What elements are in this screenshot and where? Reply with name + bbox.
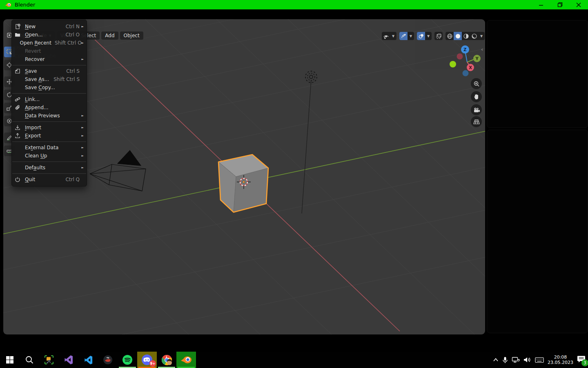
- tray-expand-chevron[interactable]: [493, 358, 499, 362]
- taskbar-spotify[interactable]: [118, 352, 137, 368]
- menu-item-shortcut: Ctrl S: [66, 68, 80, 74]
- close-icon: [576, 2, 581, 7]
- menu-item-label: Recover: [25, 56, 76, 62]
- gizmo-dropdown-chevron[interactable]: ▼: [390, 32, 396, 40]
- menu-separator: [12, 173, 86, 174]
- menu-item-data-previews[interactable]: Data Previews►: [12, 112, 87, 120]
- taskbar-toolbox-app[interactable]: [39, 352, 59, 368]
- menu-item-save-as[interactable]: Save As...Shift Ctrl S: [12, 75, 87, 83]
- taskbar-blender-active[interactable]: [176, 352, 196, 368]
- right-panel-top[interactable]: [487, 20, 588, 128]
- menu-item-save[interactable]: SaveCtrl S: [12, 67, 87, 75]
- action-center-button[interactable]: 3: [577, 355, 586, 365]
- taskbar-search-button[interactable]: [20, 352, 39, 368]
- menu-object[interactable]: Object: [120, 31, 143, 40]
- gizmo-neg-x-axis[interactable]: [457, 54, 463, 60]
- camera-object[interactable]: [90, 150, 146, 191]
- gizmo-neg-z-axis[interactable]: [463, 70, 469, 76]
- close-button[interactable]: [569, 0, 588, 9]
- menu-item-label: Open Recent: [20, 40, 51, 46]
- menu-item-quit[interactable]: QuitCtrl Q: [12, 175, 87, 184]
- svg-text:X: X: [469, 65, 472, 70]
- blender-taskbar-icon: [180, 355, 192, 365]
- keyboard-icon[interactable]: [535, 357, 544, 363]
- shading-dropdown-chevron[interactable]: ▼: [478, 32, 485, 40]
- menu-item-shortcut: Ctrl N: [66, 24, 80, 29]
- light-object[interactable]: [302, 71, 317, 213]
- menu-separator: [12, 93, 86, 94]
- menu-item-label: Import: [25, 125, 76, 130]
- menu-item-new[interactable]: NewCtrl N►: [12, 22, 87, 31]
- menu-item-clean-up[interactable]: Clean Up►: [12, 152, 87, 160]
- taskbar-game-app[interactable]: [98, 352, 118, 368]
- menu-item-link[interactable]: Link...: [12, 95, 87, 103]
- restore-button[interactable]: [550, 0, 569, 9]
- menu-item-label: Open...: [25, 32, 62, 38]
- menu-separator: [12, 121, 86, 122]
- menu-item-label: External Data: [25, 145, 76, 150]
- camera-view-button[interactable]: [471, 104, 482, 115]
- microphone-icon[interactable]: [502, 357, 508, 364]
- pan-hand-button[interactable]: [471, 91, 482, 102]
- menu-item-import[interactable]: Import►: [12, 123, 87, 132]
- submenu-arrow-icon: ►: [80, 134, 84, 137]
- menu-item-open-recent[interactable]: Open RecentShift Ctrl O►: [12, 39, 87, 47]
- taskbar-clock[interactable]: 20:08 23.05.2023: [548, 355, 573, 365]
- perspective-toggle-button[interactable]: [471, 116, 482, 127]
- shading-material-icon[interactable]: [462, 32, 470, 40]
- power-icon: [15, 177, 25, 182]
- xray-toggle[interactable]: [434, 32, 443, 40]
- window-controls: [532, 0, 588, 9]
- gizmos-toggle[interactable]: [399, 32, 408, 40]
- submenu-arrow-icon: ►: [80, 166, 84, 169]
- start-button[interactable]: [0, 352, 20, 368]
- right-panel-bottom[interactable]: [487, 130, 588, 333]
- window-title: Blender: [15, 2, 35, 8]
- menu-add[interactable]: Add: [101, 31, 118, 40]
- search-icon: [25, 355, 34, 364]
- navigation-gizmo[interactable]: Z Y X: [448, 44, 485, 81]
- overlays-toggle[interactable]: [417, 32, 425, 40]
- visual-studio-icon: [64, 355, 74, 365]
- shading-wireframe-icon[interactable]: [445, 32, 454, 40]
- menu-item-append[interactable]: Append...: [12, 103, 87, 112]
- menu-item-recover[interactable]: Recover►: [12, 55, 87, 63]
- minimize-button[interactable]: [532, 0, 550, 9]
- taskbar-chrome[interactable]: [157, 352, 176, 368]
- menu-item-open[interactable]: Open...Ctrl O: [12, 31, 87, 39]
- paperclip-icon: [15, 105, 25, 110]
- import-icon: [15, 125, 25, 130]
- window-titlebar: Blender: [0, 0, 588, 9]
- menu-item-label: Data Previews: [25, 113, 76, 119]
- taskbar-discord[interactable]: 9+: [137, 352, 157, 368]
- shading-solid-icon[interactable]: [454, 32, 462, 40]
- taskbar-visual-studio[interactable]: [59, 352, 78, 368]
- folder-open-icon: [15, 32, 25, 38]
- menu-item-defaults[interactable]: Defaults►: [12, 164, 87, 172]
- shading-rendered-icon[interactable]: [470, 32, 478, 40]
- gizmos-dropdown-chevron[interactable]: ▼: [408, 32, 414, 40]
- gizmo-neg-y-axis[interactable]: [450, 61, 456, 67]
- link-icon: [15, 96, 25, 102]
- menu-item-save-copy[interactable]: Save Copy...: [12, 83, 87, 92]
- cube-object[interactable]: [218, 155, 268, 212]
- volume-icon[interactable]: [523, 357, 531, 363]
- save-icon: [15, 68, 25, 74]
- submenu-arrow-icon: ►: [80, 154, 84, 157]
- submenu-arrow-icon: ►: [80, 126, 84, 129]
- windows-logo-icon: [6, 356, 14, 364]
- submenu-arrow-icon: ►: [80, 25, 84, 28]
- restore-icon: [557, 2, 563, 7]
- taskbar-vs-code[interactable]: [78, 352, 98, 368]
- show-gizmo-icon[interactable]: [382, 32, 390, 40]
- zoom-button[interactable]: [471, 78, 482, 89]
- sidebar-collapse-icon[interactable]: ‹: [481, 46, 483, 52]
- overlays-dropdown-chevron[interactable]: ▼: [425, 32, 432, 40]
- network-icon[interactable]: [512, 357, 520, 363]
- menu-item-external-data[interactable]: External Data►: [12, 144, 87, 152]
- menu-item-export[interactable]: Export►: [12, 132, 87, 140]
- game-app-icon: [103, 355, 113, 365]
- viewport-header-right: ▼ ▼ ▼: [382, 32, 485, 40]
- submenu-arrow-icon: ►: [82, 41, 84, 45]
- blender-topbar: [0, 9, 588, 19]
